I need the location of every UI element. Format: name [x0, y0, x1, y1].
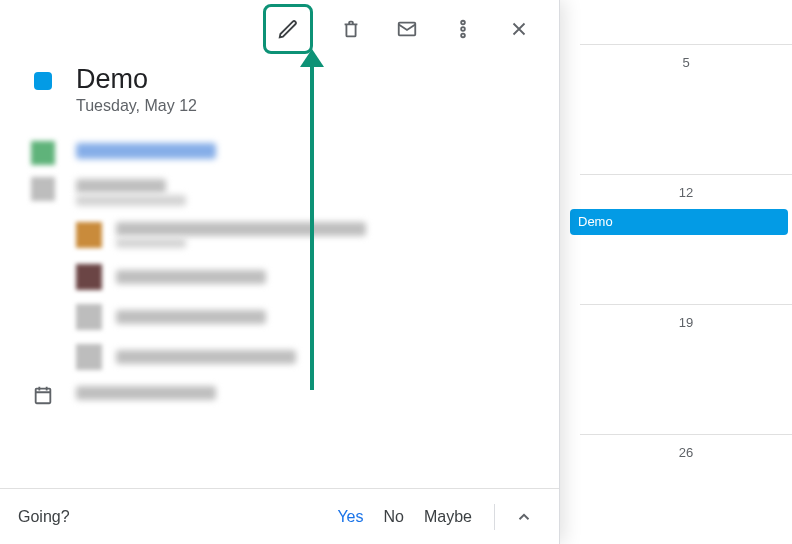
envelope-icon [396, 18, 418, 40]
rsvp-prompt: Going? [18, 508, 70, 526]
pencil-icon [277, 18, 299, 40]
redacted-text [116, 238, 186, 248]
avatar [76, 304, 102, 330]
calendar-column: 5 12 Demo 19 26 [576, 0, 792, 544]
svg-rect-4 [36, 389, 51, 404]
rsvp-more-button[interactable] [507, 500, 541, 534]
close-panel-button[interactable] [501, 11, 537, 47]
conference-row[interactable] [30, 141, 535, 165]
redacted-text [76, 386, 216, 400]
calendar-date: 12 [580, 175, 792, 200]
redacted-text [116, 222, 366, 236]
more-options-button[interactable] [445, 11, 481, 47]
rsvp-maybe[interactable]: Maybe [424, 508, 472, 526]
calendar-cell[interactable]: 19 [580, 304, 792, 434]
event-date: Tuesday, May 12 [76, 97, 197, 115]
calendar-event-chip[interactable]: Demo [570, 209, 788, 235]
calendar-cell[interactable]: 26 [580, 434, 792, 544]
guest-item[interactable] [76, 220, 535, 250]
calendar-icon [32, 384, 54, 406]
redacted-text [76, 143, 216, 159]
rsvp-yes[interactable]: Yes [337, 508, 363, 526]
svg-point-2 [461, 27, 465, 31]
calendar-cell[interactable]: 5 [580, 44, 792, 174]
event-title: Demo [76, 64, 197, 95]
chevron-up-icon [515, 508, 533, 526]
redacted-text [76, 195, 186, 206]
svg-point-3 [461, 34, 465, 38]
event-details [0, 115, 559, 488]
calendar-date: 5 [580, 45, 792, 70]
trash-icon [340, 18, 362, 40]
redacted-text [116, 350, 296, 364]
redacted-text [116, 310, 266, 324]
avatar [76, 222, 102, 248]
svg-point-1 [461, 21, 465, 25]
panel-toolbar [0, 0, 559, 48]
calendar-date: 19 [580, 305, 792, 330]
close-icon [508, 18, 530, 40]
guests-row [30, 177, 535, 208]
guest-item[interactable] [76, 264, 535, 290]
rsvp-bar: Going? Yes No Maybe [0, 488, 559, 544]
video-icon [31, 141, 55, 165]
calendar-cell[interactable]: 12 Demo [580, 174, 792, 304]
annotation-arrow [310, 55, 314, 390]
event-detail-panel: Demo Tuesday, May 12 [0, 0, 560, 544]
edit-event-button[interactable] [263, 4, 313, 54]
email-guests-button[interactable] [389, 11, 425, 47]
calendar-date: 26 [580, 435, 792, 460]
kebab-icon [452, 18, 474, 40]
avatar [76, 264, 102, 290]
divider [494, 504, 495, 530]
rsvp-no[interactable]: No [384, 508, 404, 526]
guest-item[interactable] [76, 304, 535, 330]
redacted-text [116, 270, 266, 284]
guest-list [76, 220, 535, 370]
delete-event-button[interactable] [333, 11, 369, 47]
event-color-chip [34, 72, 52, 90]
calendar-row [30, 384, 535, 406]
annotation-arrow-head [300, 49, 324, 67]
avatar [76, 344, 102, 370]
people-icon [31, 177, 55, 201]
redacted-text [76, 179, 166, 193]
guest-item[interactable] [76, 344, 535, 370]
event-header: Demo Tuesday, May 12 [0, 48, 559, 115]
